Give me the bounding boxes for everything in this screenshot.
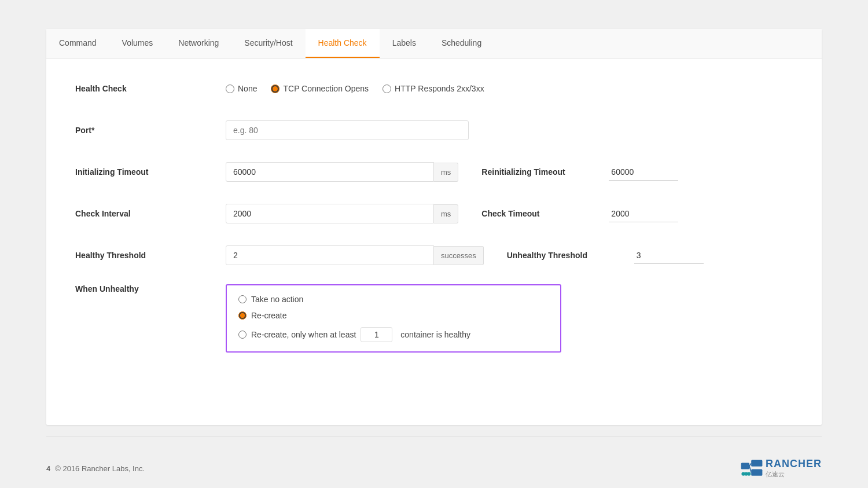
when-unhealthy-recreate-radio[interactable] — [238, 311, 247, 320]
svg-rect-0 — [741, 463, 749, 469]
svg-line-3 — [749, 463, 751, 466]
yisu-cloud-text: 亿速云 — [766, 470, 822, 479]
when-unhealthy-none-radio[interactable] — [238, 295, 247, 303]
healthy-threshold-unit: successes — [434, 246, 484, 265]
page-wrapper: Command Volumes Networking Security/Host… — [0, 0, 868, 488]
when-unhealthy-condition-suffix: container is healthy — [400, 330, 470, 339]
healthy-threshold-control: successes Unhealthy Threshold — [226, 245, 793, 265]
when-unhealthy-recreate-row: Re-create — [238, 311, 549, 320]
healthcheck-row: Health Check None TCP Connection Opens H… — [75, 76, 793, 101]
port-control — [226, 120, 793, 140]
tab-command[interactable]: Command — [46, 29, 109, 58]
healthcheck-tcp-option[interactable]: TCP Connection Opens — [271, 84, 369, 93]
when-unhealthy-recreate-label: Re-create — [251, 311, 286, 320]
unhealthy-threshold-label: Unhealthy Threshold — [507, 251, 634, 260]
check-interval-control: ms Check Timeout — [226, 204, 793, 223]
healthcheck-http-option[interactable]: HTTP Responds 2xx/3xx — [382, 84, 484, 93]
footer-logo: RANCHER 亿速云 — [740, 458, 822, 479]
tab-volumes[interactable]: Volumes — [109, 29, 166, 58]
healthy-threshold-label: Healthy Threshold — [75, 251, 226, 260]
healthcheck-http-radio[interactable] — [382, 85, 391, 93]
svg-line-4 — [749, 466, 751, 472]
check-interval-input-group: ms — [226, 204, 458, 223]
port-input[interactable] — [226, 120, 469, 140]
tab-security[interactable]: Security/Host — [231, 29, 305, 58]
tab-scheduling[interactable]: Scheduling — [429, 29, 494, 58]
footer-copyright: © 2016 Rancher Labs, Inc. — [55, 464, 145, 473]
init-timeout-input[interactable] — [226, 162, 434, 182]
init-timeout-control: ms Reinitializing Timeout — [226, 162, 793, 182]
port-row: Port* — [75, 118, 793, 143]
svg-rect-2 — [751, 469, 762, 476]
unhealthy-threshold-group: Unhealthy Threshold — [507, 247, 704, 264]
svg-point-7 — [747, 472, 751, 475]
svg-point-6 — [741, 472, 745, 475]
unhealthy-threshold-input[interactable] — [634, 247, 704, 264]
footer: 4 © 2016 Rancher Labs, Inc. RANCHER 亿速云 — [0, 449, 868, 488]
init-timeout-label: Initializing Timeout — [75, 167, 226, 177]
when-unhealthy-row: When Unhealthy Take no action Re-create — [75, 284, 793, 353]
reinit-timeout-input[interactable] — [609, 164, 678, 181]
port-label: Port* — [75, 126, 226, 135]
form-content: Health Check None TCP Connection Opens H… — [46, 58, 822, 386]
tab-healthcheck[interactable]: Health Check — [306, 29, 380, 58]
healthcheck-none-label: None — [238, 84, 257, 93]
check-timeout-label: Check Timeout — [481, 209, 609, 218]
when-unhealthy-none-label: Take no action — [251, 295, 303, 304]
reinit-timeout-label: Reinitializing Timeout — [481, 167, 609, 177]
healthcheck-tcp-radio[interactable] — [271, 85, 279, 93]
tab-labels[interactable]: Labels — [380, 29, 429, 58]
check-timeout-group: Check Timeout — [481, 206, 678, 222]
when-unhealthy-condition-input[interactable] — [361, 327, 392, 342]
footer-left: 4 © 2016 Rancher Labs, Inc. — [46, 464, 145, 473]
healthcheck-http-label: HTTP Responds 2xx/3xx — [395, 84, 484, 93]
check-interval-row: Check Interval ms Check Timeout — [75, 201, 793, 226]
when-unhealthy-none-row: Take no action — [238, 295, 549, 304]
healthcheck-none-option[interactable]: None — [226, 84, 257, 93]
tab-networking[interactable]: Networking — [165, 29, 231, 58]
svg-rect-1 — [751, 460, 762, 467]
healthcheck-label: Health Check — [75, 84, 226, 93]
when-unhealthy-condition-label: Re-create, only when at least — [251, 330, 356, 339]
check-interval-label: Check Interval — [75, 209, 226, 218]
tab-bar: Command Volumes Networking Security/Host… — [46, 29, 822, 58]
footer-divider — [46, 436, 822, 437]
healthcheck-tcp-label: TCP Connection Opens — [283, 84, 369, 93]
check-interval-input[interactable] — [226, 204, 434, 223]
check-timeout-input[interactable] — [609, 206, 678, 222]
when-unhealthy-control: Take no action Re-create Re-create, only… — [226, 284, 793, 353]
reinit-timeout-group: Reinitializing Timeout — [481, 164, 678, 181]
main-card: Command Volumes Networking Security/Host… — [46, 29, 822, 425]
init-timeout-row: Initializing Timeout ms Reinitializing T… — [75, 159, 793, 185]
healthy-threshold-input[interactable] — [226, 245, 434, 265]
check-interval-unit: ms — [434, 204, 458, 223]
healthy-threshold-row: Healthy Threshold successes Unhealthy Th… — [75, 243, 793, 268]
init-timeout-unit: ms — [434, 163, 458, 182]
healthy-threshold-input-group: successes — [226, 245, 484, 265]
when-unhealthy-condition-radio[interactable] — [238, 331, 247, 339]
when-unhealthy-label: When Unhealthy — [75, 284, 226, 293]
when-unhealthy-condition-row: Re-create, only when at least container … — [238, 327, 549, 342]
footer-page-number: 4 — [46, 464, 50, 473]
healthcheck-none-radio[interactable] — [226, 85, 234, 93]
healthcheck-options: None TCP Connection Opens HTTP Responds … — [226, 84, 793, 93]
init-timeout-input-group: ms — [226, 162, 458, 182]
rancher-brand-text: RANCHER 亿速云 — [766, 458, 822, 479]
when-unhealthy-box: Take no action Re-create Re-create, only… — [226, 284, 561, 353]
rancher-logo-icon — [740, 459, 763, 478]
